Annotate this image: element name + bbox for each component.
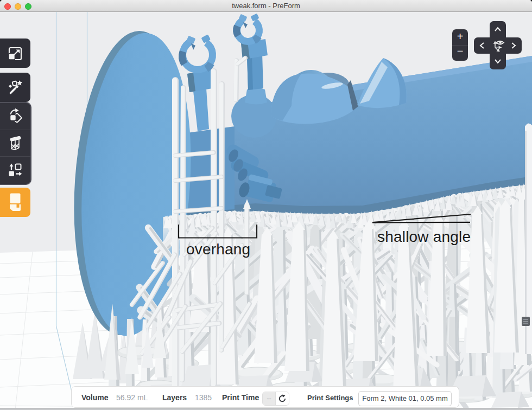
svg-text:overhang: overhang xyxy=(186,241,250,258)
svg-text:shallow angle: shallow angle xyxy=(377,228,471,245)
